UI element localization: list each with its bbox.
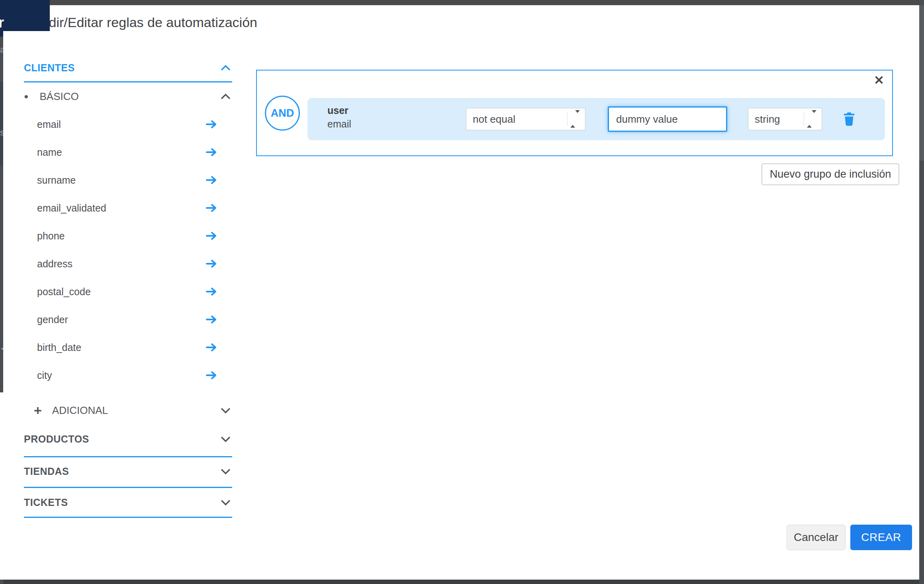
page-header-corner: r (0, 0, 50, 31)
arrow-right-icon[interactable] (206, 231, 217, 241)
field-label: address (37, 258, 72, 270)
sidebar-section-tickets[interactable]: TICKETS (24, 493, 229, 512)
close-icon[interactable]: ✕ (874, 73, 884, 88)
sidebar-section-tiendas[interactable]: TIENDAS (24, 462, 229, 481)
automation-rules-modal: Añadir/Editar reglas de automatización C… (3, 5, 919, 580)
sidebar-field-birth-date[interactable]: birth_date (37, 338, 222, 357)
sidebar-subsection-adicional-label: ADICIONAL (52, 404, 108, 417)
create-button[interactable]: CREAR (850, 525, 912, 550)
rule-entity: user (327, 104, 351, 118)
sidebar-field-address[interactable]: address (37, 254, 222, 273)
field-label: birth_date (37, 342, 81, 353)
rule-field: email (327, 118, 351, 131)
chevron-down-icon[interactable] (221, 404, 230, 414)
sidebar-field-gender[interactable]: gender (37, 310, 222, 329)
dimmed-text-fragment: ✓ (0, 343, 3, 353)
field-label: city (37, 370, 52, 381)
dimmed-text-fragment: a (0, 45, 3, 55)
arrow-right-icon[interactable] (206, 315, 217, 324)
section-divider (24, 517, 232, 518)
sidebar-section-tickets-label: TICKETS (24, 497, 68, 508)
new-inclusion-group-button[interactable]: Nuevo grupo de inclusión (762, 163, 899, 185)
sidebar-section-clientes[interactable]: CLIENTES (24, 58, 229, 77)
page-background-top (0, 0, 924, 5)
arrow-right-icon[interactable] (206, 203, 217, 213)
inclusion-rule-group: ✕ AND user email not equal string (256, 70, 893, 156)
group-operator-toggle[interactable]: AND (265, 96, 300, 131)
bullet-icon: ● (24, 92, 28, 101)
sidebar-section-tiendas-label: TIENDAS (24, 466, 69, 477)
chevron-down-icon[interactable] (221, 433, 230, 442)
comparator-select-value: not equal (473, 113, 515, 125)
field-label: name (37, 147, 62, 158)
value-type-select-value: string (755, 113, 780, 125)
sidebar-field-name[interactable]: name (37, 143, 222, 162)
arrow-right-icon[interactable] (206, 370, 217, 380)
value-type-select[interactable]: string (748, 108, 822, 130)
section-divider (24, 456, 232, 457)
sidebar-subsection-basico[interactable]: ● BÁSICO (24, 87, 229, 106)
field-label: email_validated (37, 202, 106, 214)
sidebar-field-email-validated[interactable]: email_validated (37, 198, 222, 218)
arrow-right-icon[interactable] (206, 343, 217, 352)
field-label: surname (37, 174, 76, 186)
page-background-right-segment (919, 5, 924, 161)
sidebar-field-surname[interactable]: surname (37, 170, 222, 190)
field-label: email (37, 119, 61, 130)
sidebar-field-postal-code[interactable]: postal_code (37, 282, 222, 301)
page-background-bottom (0, 580, 924, 584)
field-label: postal_code (37, 286, 91, 298)
page-background-left: a s ✓ (0, 0, 3, 584)
rule-value-input[interactable] (608, 106, 727, 132)
sidebar-subsection-basico-label: BÁSICO (39, 90, 78, 103)
sidebar-subsection-adicional[interactable]: + ADICIONAL (34, 401, 229, 420)
field-label: phone (37, 230, 65, 242)
trash-icon (841, 110, 857, 127)
sidebar-field-email[interactable]: email (37, 115, 222, 134)
select-divider (567, 112, 568, 126)
cancel-button[interactable]: Cancelar (787, 525, 846, 550)
arrow-right-icon[interactable] (206, 259, 217, 268)
select-stepper-icon (807, 113, 816, 125)
plus-icon[interactable]: + (34, 404, 42, 417)
field-label: gender (37, 314, 68, 325)
page-background-light-edge (0, 392, 3, 580)
chevron-down-icon[interactable] (221, 496, 230, 506)
arrow-right-icon[interactable] (206, 287, 217, 296)
arrow-right-icon[interactable] (206, 175, 217, 185)
sidebar-section-clientes-label: CLIENTES (24, 62, 75, 74)
delete-rule-button[interactable] (840, 110, 859, 129)
comparator-select[interactable]: not equal (466, 108, 585, 130)
rule-field-label: user email (327, 104, 351, 131)
chevron-down-icon[interactable] (221, 465, 230, 474)
sidebar-section-productos[interactable]: PRODUCTOS (24, 429, 229, 449)
section-divider (24, 81, 232, 82)
rule-row: user email not equal string (307, 98, 885, 140)
logo-fragment: r (0, 14, 4, 31)
chevron-up-icon[interactable] (221, 93, 230, 103)
sidebar-section-productos-label: PRODUCTOS (24, 433, 89, 445)
arrow-right-icon[interactable] (206, 147, 217, 157)
select-stepper-icon (570, 113, 580, 125)
select-divider (804, 112, 804, 126)
modal-title: Añadir/Editar reglas de automatización (25, 15, 257, 30)
sidebar-field-city[interactable]: city (37, 366, 222, 385)
page-background-right (919, 0, 924, 584)
dimmed-text-fragment: s (0, 127, 3, 138)
section-divider (24, 487, 232, 488)
chevron-up-icon[interactable] (221, 65, 230, 74)
arrow-right-icon[interactable] (206, 120, 217, 129)
sidebar-field-phone[interactable]: phone (37, 226, 222, 245)
page-background-mid-edge (0, 82, 3, 165)
